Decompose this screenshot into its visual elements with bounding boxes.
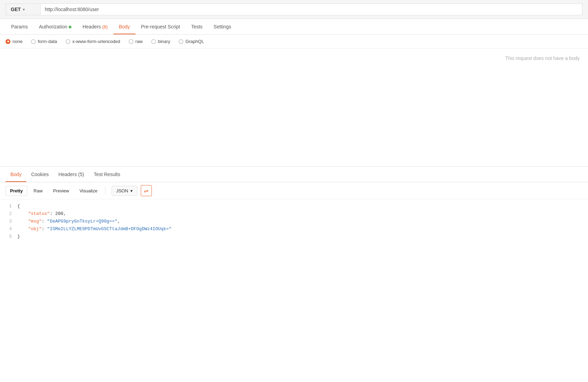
val-obj: "ISMe2LLYZLME9PDTmUvGSCTtaJdmB+DFOgDWz4I… — [47, 226, 172, 232]
line-num-4: 4 — [0, 226, 17, 232]
tab-params[interactable]: Params — [6, 19, 33, 34]
line-num-3: 3 — [0, 219, 17, 224]
tab-tests[interactable]: Tests — [185, 19, 208, 34]
format-preview-btn[interactable]: Preview — [49, 186, 73, 196]
body-type-binary[interactable]: binary — [151, 39, 170, 44]
format-visualize-btn[interactable]: Visualize — [75, 186, 102, 196]
resp-tab-body[interactable]: Body — [6, 167, 26, 182]
body-type-graphql[interactable]: GraphQL — [179, 39, 204, 44]
tab-prerequest[interactable]: Pre-request Script — [136, 19, 186, 34]
line-content-1: { — [17, 203, 588, 209]
tab-body[interactable]: Body — [113, 19, 136, 34]
radio-urlencoded-circle — [66, 39, 70, 44]
format-raw-btn[interactable]: Raw — [29, 186, 47, 196]
no-body-area: This request does not have a body — [0, 49, 588, 166]
resp-tab-cookies[interactable]: Cookies — [26, 167, 54, 182]
body-type-urlencoded[interactable]: x-www-form-urlencoded — [66, 39, 120, 44]
body-type-raw[interactable]: raw — [129, 39, 143, 44]
code-line-1: 1 { — [0, 203, 588, 211]
method-chevron: ▾ — [23, 8, 25, 11]
line-num-1: 1 — [0, 203, 17, 209]
url-bar: GET ▾ — [0, 0, 588, 19]
val-status: 200 — [55, 211, 63, 216]
tab-headers[interactable]: Headers (8) — [77, 19, 113, 34]
wrap-button[interactable]: ⇌ — [141, 185, 152, 196]
format-bar: Pretty Raw Preview Visualize JSON ▾ ⇌ — [0, 182, 588, 199]
radio-raw-circle — [129, 39, 133, 44]
no-body-message: This request does not have a body — [505, 55, 580, 61]
line-content-5: } — [17, 234, 588, 239]
tab-authorization[interactable]: Authorization — [33, 19, 77, 34]
json-format-chevron: ▾ — [130, 188, 133, 193]
resp-tab-headers[interactable]: Headers (5) — [54, 167, 89, 182]
format-pretty-btn[interactable]: Pretty — [6, 186, 27, 196]
auth-dot-indicator — [69, 26, 71, 28]
line-num-5: 5 — [0, 234, 17, 239]
radio-graphql-circle — [179, 39, 183, 44]
json-format-label: JSON — [116, 188, 128, 193]
format-bar-divider — [105, 187, 105, 194]
line-content-2: "status": 200, — [17, 211, 588, 216]
wrap-icon: ⇌ — [144, 188, 148, 194]
body-type-form-data[interactable]: form-data — [31, 39, 57, 44]
json-format-select[interactable]: JSON ▾ — [112, 186, 137, 196]
url-input[interactable] — [40, 3, 582, 15]
code-line-3: 3 "msg": "DeAPG9pryGnTksyLr+Q90g==", — [0, 219, 588, 226]
response-code-area: 1 { 2 "status": 200, 3 "msg": "DeAPG9pry… — [0, 199, 588, 246]
radio-formdata-circle — [31, 39, 36, 44]
method-label: GET — [11, 7, 21, 12]
code-line-2: 2 "status": 200, — [0, 211, 588, 219]
val-msg: "DeAPG9pryGnTksyLr+Q90g==" — [47, 219, 118, 224]
line-content-3: "msg": "DeAPG9pryGnTksyLr+Q90g==", — [17, 219, 588, 224]
request-tabs: Params Authorization Headers (8) Body Pr… — [0, 19, 588, 35]
body-type-none[interactable]: none — [6, 39, 23, 44]
tab-settings[interactable]: Settings — [208, 19, 237, 34]
key-msg: "msg" — [28, 219, 42, 224]
line-content-4: "obj": "ISMe2LLYZLME9PDTmUvGSCTtaJdmB+DF… — [17, 226, 588, 232]
line-num-2: 2 — [0, 211, 17, 216]
resp-tab-testresults[interactable]: Test Results — [89, 167, 125, 182]
key-obj: "obj" — [28, 226, 42, 232]
key-status: "status" — [28, 211, 50, 216]
headers-badge: (8) — [102, 24, 108, 29]
code-line-4: 4 "obj": "ISMe2LLYZLME9PDTmUvGSCTtaJdmB+… — [0, 226, 588, 234]
radio-none-circle — [6, 39, 10, 44]
response-tabs: Body Cookies Headers (5) Test Results — [0, 167, 588, 182]
body-type-row: none form-data x-www-form-urlencoded raw… — [0, 35, 588, 49]
code-line-5: 5 } — [0, 234, 588, 242]
radio-binary-circle — [151, 39, 156, 44]
method-select[interactable]: GET ▾ — [6, 3, 40, 15]
